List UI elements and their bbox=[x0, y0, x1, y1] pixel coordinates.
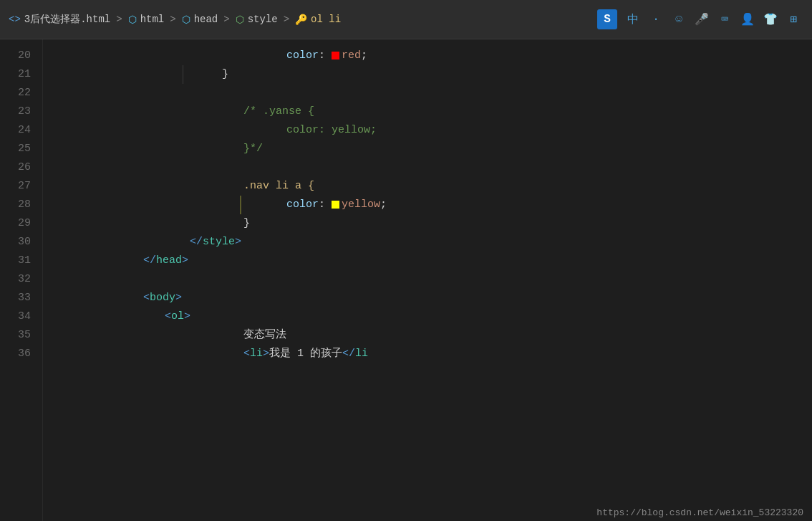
comment-23: /* .yanse { bbox=[200, 103, 314, 120]
bracket-31-close: > bbox=[182, 254, 188, 267]
breadcrumb-html: html bbox=[140, 14, 165, 25]
line-num-21: 21 bbox=[0, 65, 31, 84]
breadcrumb-sep-1: > bbox=[116, 14, 122, 25]
dot-btn[interactable]: · bbox=[646, 9, 666, 29]
comment-24: color: yellow; bbox=[243, 122, 377, 139]
line-num-28: 28 bbox=[0, 196, 31, 214]
code-line-29: } bbox=[43, 214, 812, 233]
breadcrumb-item-style[interactable]: ⬡ style bbox=[236, 14, 278, 26]
breadcrumb-item-head[interactable]: ⬡ head bbox=[182, 14, 218, 26]
li-text: 我是 1 的孩子 bbox=[269, 348, 342, 360]
line-num-29: 29 bbox=[0, 214, 31, 233]
chinese-text-35: 变态写法 bbox=[200, 327, 286, 344]
line-num-22: 22 bbox=[0, 84, 31, 102]
status-url: https://blog.csdn.net/weixin_53223320 bbox=[596, 507, 803, 518]
close-brace-29: } bbox=[200, 215, 250, 232]
mic-btn[interactable]: 🎤 bbox=[692, 9, 712, 29]
tag-body: body bbox=[150, 292, 175, 304]
code-line-35: 变态写法 bbox=[43, 326, 812, 345]
line-num-35: 35 bbox=[0, 326, 31, 345]
s-logo: S bbox=[597, 9, 617, 29]
box-icon-style: ⬡ bbox=[236, 14, 244, 26]
bracket-33-close: > bbox=[175, 292, 182, 304]
code-line-25: }*/ bbox=[43, 140, 812, 158]
breadcrumb-filename: 3后代选择器.html bbox=[24, 13, 110, 26]
breadcrumb-item-html[interactable]: ⬡ html bbox=[128, 14, 165, 26]
user-btn[interactable]: 👤 bbox=[738, 9, 758, 29]
code-line-28: color: yellow; bbox=[43, 196, 812, 214]
code-line-36: <li>我是 1 的孩子</li bbox=[43, 345, 812, 363]
line-numbers: 20 21 22 23 24 25 26 27 28 29 30 31 32 3… bbox=[0, 39, 43, 521]
code-line-24: color: yellow; bbox=[43, 121, 812, 140]
code-line-27: .nav li a { bbox=[43, 177, 812, 196]
line-num-26: 26 bbox=[0, 158, 31, 177]
tag-head: head bbox=[156, 254, 182, 267]
breadcrumb-sep-3: > bbox=[223, 14, 229, 25]
swatch-yellow bbox=[332, 201, 339, 209]
bracket-33-open: < bbox=[143, 292, 150, 304]
line-num-31: 31 bbox=[0, 252, 31, 270]
val-red: red bbox=[342, 47, 361, 64]
code-line-31: </head> bbox=[43, 252, 812, 270]
code-line-34: <ol> bbox=[43, 307, 812, 326]
selector-27: .nav li a { bbox=[200, 178, 314, 195]
breadcrumb-sep-2: > bbox=[170, 14, 175, 25]
line-num-33: 33 bbox=[0, 289, 31, 307]
code-line-21: } bbox=[43, 65, 812, 84]
emoji-btn[interactable]: ☺ bbox=[669, 9, 689, 29]
line-num-23: 23 bbox=[0, 102, 31, 121]
line-num-32: 32 bbox=[0, 270, 31, 289]
breadcrumb-style: style bbox=[248, 14, 278, 25]
line-num-34: 34 bbox=[0, 307, 31, 326]
close-brace-21: } bbox=[200, 66, 228, 83]
code-line-22 bbox=[43, 84, 812, 102]
toolbar-right: S 中 · ☺ 🎤 ⌨ 👤 👕 ⊞ bbox=[597, 9, 803, 29]
line-num-36: 36 bbox=[0, 345, 31, 363]
code-line-23: /* .yanse { bbox=[43, 102, 812, 121]
bracket-31-open: </ bbox=[143, 254, 156, 267]
code-content[interactable]: color: red; } /* .yanse { color: yellow;… bbox=[43, 39, 812, 521]
key-icon-olli: 🔑 bbox=[295, 14, 307, 26]
tag-ol: ol bbox=[171, 310, 184, 322]
line-num-30: 30 bbox=[0, 233, 31, 252]
code-icon: <> bbox=[9, 14, 21, 25]
line-num-20: 20 bbox=[0, 47, 31, 65]
line-num-25: 25 bbox=[0, 140, 31, 158]
bracket-30-close: > bbox=[235, 236, 241, 248]
code-line-33: <body> bbox=[43, 289, 812, 307]
code-line-20: color: red; bbox=[43, 47, 812, 65]
bracket-34-open: < bbox=[165, 310, 171, 322]
prop-color-28: color bbox=[243, 196, 319, 214]
tag-li: li bbox=[250, 348, 263, 360]
breadcrumb-head: head bbox=[194, 14, 218, 25]
lang-btn[interactable]: 中 bbox=[623, 9, 643, 29]
code-line-32 bbox=[43, 270, 812, 289]
editor-area: 20 21 22 23 24 25 26 27 28 29 30 31 32 3… bbox=[0, 39, 812, 521]
line-num-24: 24 bbox=[0, 121, 31, 140]
breadcrumb-item-file[interactable]: <> 3后代选择器.html bbox=[9, 13, 110, 26]
line-num-27: 27 bbox=[0, 177, 31, 196]
status-bar: https://blog.csdn.net/weixin_53223320 bbox=[588, 505, 812, 521]
tag-style: style bbox=[203, 236, 235, 248]
bracket-34-close: > bbox=[184, 310, 190, 322]
shirt-btn[interactable]: 👕 bbox=[760, 9, 780, 29]
box-icon-html: ⬡ bbox=[128, 14, 137, 26]
box-icon-head: ⬡ bbox=[182, 14, 190, 26]
breadcrumb-bar: <> 3后代选择器.html > ⬡ html > ⬡ head > ⬡ sty… bbox=[0, 0, 812, 39]
breadcrumb: <> 3后代选择器.html > ⬡ html > ⬡ head > ⬡ sty… bbox=[9, 13, 597, 26]
breadcrumb-item-olli[interactable]: 🔑 ol li bbox=[295, 14, 341, 26]
comment-25: }*/ bbox=[200, 140, 263, 158]
keyboard-btn[interactable]: ⌨ bbox=[715, 9, 735, 29]
code-line-26 bbox=[43, 158, 812, 177]
breadcrumb-olli: ol li bbox=[311, 14, 341, 25]
code-line-30: </style> bbox=[43, 233, 812, 252]
prop-color-20: color bbox=[286, 47, 319, 64]
val-yellow: yellow bbox=[342, 196, 380, 214]
breadcrumb-sep-4: > bbox=[284, 14, 289, 25]
bracket-30-open: </ bbox=[190, 236, 203, 248]
swatch-red bbox=[332, 52, 339, 59]
grid-btn[interactable]: ⊞ bbox=[783, 9, 803, 29]
